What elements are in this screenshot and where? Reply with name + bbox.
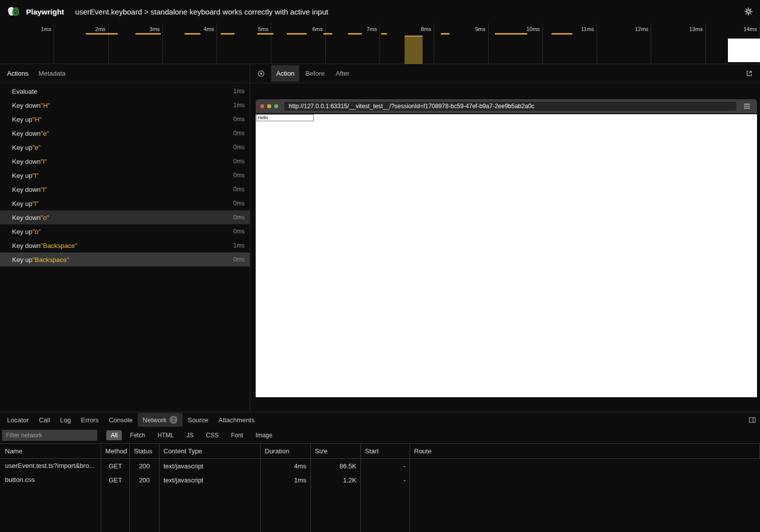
network-row-name[interactable]: userEvent.test.ts?import&bro... (0, 459, 101, 473)
network-row-duration[interactable]: 4ms (261, 459, 311, 473)
timeline-tick-label: 1ms (0, 23, 54, 32)
snapshot-tab[interactable]: Before (300, 65, 329, 82)
details-tabs: Locator Call Log Errors Console Network2… (0, 412, 760, 427)
details-tab[interactable]: Attachments (213, 413, 259, 427)
action-duration: 1ms (233, 88, 245, 95)
action-row[interactable]: Key up "e" 0ms (0, 140, 250, 154)
network-row-content-type[interactable]: text/javascript (159, 459, 261, 473)
browser-chrome-bar: http://127.0.0.1:63315/__vitest_test__/?… (256, 99, 757, 113)
action-key-value: "l" (41, 158, 47, 165)
action-row[interactable]: Key up "l" 0ms (0, 168, 250, 182)
action-key-value: "o" (41, 214, 49, 221)
timeline-tick-cell: 11ms (543, 23, 597, 64)
timeline-tick-label: 7ms (326, 23, 379, 32)
actions-panel-tab[interactable]: Actions (2, 65, 34, 82)
network-row-content-type[interactable]: text/javascript (159, 473, 261, 487)
details-tab[interactable]: Source (182, 413, 213, 427)
browser-menu-icon (741, 101, 752, 111)
action-label: Key down (12, 130, 41, 137)
network-count-badge: 2 (169, 416, 177, 424)
action-duration: 0ms (233, 172, 245, 179)
details-tab[interactable]: Log (55, 413, 76, 427)
pick-locator-icon[interactable] (255, 68, 267, 80)
timeline-tick-cell: 10ms (489, 23, 543, 64)
action-row[interactable]: Key up "l" 0ms (0, 196, 250, 210)
network-row-status[interactable]: 200 (130, 473, 159, 487)
network-filter-chip[interactable]: Font (227, 430, 248, 440)
actions-panel-tabs: Actions Metadata (0, 64, 250, 83)
timeline-tick-cell: 3ms (109, 23, 163, 64)
action-row[interactable]: Key down "l" 0ms (0, 154, 250, 168)
timeline-tick-cell: 5ms (217, 23, 271, 64)
network-column-header: Start (361, 444, 410, 459)
network-row-start[interactable]: - (361, 473, 410, 487)
action-label: Key down (12, 186, 41, 193)
panel-layout-icon[interactable] (746, 414, 758, 426)
network-table: Name Method Status Content Type Duration… (0, 443, 760, 532)
snapshot-tab[interactable]: After (330, 65, 354, 82)
network-filter-chip[interactable]: CSS (202, 430, 223, 440)
network-filter-chip[interactable]: All (106, 430, 122, 440)
action-row[interactable]: Key down "l" 0ms (0, 182, 250, 196)
details-tab-label: Console (109, 416, 133, 424)
snapshot-browser-frame: http://127.0.0.1:63315/__vitest_test__/?… (256, 99, 757, 397)
action-row[interactable]: Key down "H" 1ms (0, 98, 250, 112)
network-filter-chip[interactable]: Fetch (125, 430, 149, 440)
network-row-start[interactable]: - (361, 459, 410, 473)
action-row[interactable]: Evaluate 1ms (0, 84, 250, 98)
network-filter-input[interactable] (2, 430, 97, 441)
network-row-method[interactable]: GET (101, 459, 130, 473)
network-row-size[interactable]: 1.2K (311, 473, 361, 487)
action-label: Key up (12, 228, 32, 235)
settings-gear-icon[interactable] (744, 7, 753, 16)
network-filter-chip[interactable]: Image (251, 430, 277, 440)
page-text-input[interactable] (256, 114, 314, 121)
action-row[interactable]: Key down "o" 0ms (0, 210, 250, 224)
action-row[interactable]: Key down "Backspace" 1ms (0, 238, 250, 252)
actions-panel-tab[interactable]: Metadata (34, 65, 71, 82)
network-row-size[interactable]: 86.5K (311, 459, 361, 473)
details-tab[interactable]: Network2 (138, 413, 183, 427)
timeline-tick-cell: 2ms (54, 23, 108, 64)
network-filter-chips: All Fetch HTML JS CSS Font Image (106, 430, 277, 440)
network-table-filler (361, 487, 410, 532)
network-row-route[interactable] (410, 473, 760, 487)
network-column-header: Duration (261, 444, 311, 459)
action-duration: 0ms (233, 130, 245, 137)
action-duration: 1ms (233, 242, 245, 249)
timeline-tick-cell: 13ms (651, 23, 705, 64)
traffic-light-yellow-icon (267, 104, 271, 108)
playwright-logo-icon (7, 6, 21, 18)
timeline-action-marker (348, 33, 362, 35)
network-filter-chip[interactable]: JS (182, 430, 198, 440)
timeline-tick-cell: 1ms (0, 23, 54, 64)
network-row-route[interactable] (410, 459, 760, 473)
open-external-icon[interactable] (743, 68, 755, 79)
traffic-light-red-icon (260, 104, 264, 108)
action-label: Key down (12, 102, 41, 109)
network-row-duration[interactable]: 1ms (261, 473, 311, 487)
snapshot-tab[interactable]: Action (271, 65, 299, 82)
main-split: Actions Metadata Evaluate 1ms Key down "… (0, 64, 760, 412)
network-row-method[interactable]: GET (101, 473, 130, 487)
network-table-filler (410, 487, 760, 532)
details-tab[interactable]: Console (104, 413, 138, 427)
action-duration: 0ms (233, 200, 245, 207)
timeline-action-marker (381, 33, 387, 35)
action-row[interactable]: Key up "Backspace" 0ms (0, 252, 250, 267)
action-row[interactable]: Key up "H" 0ms (0, 112, 250, 126)
action-row[interactable]: Key up "o" 0ms (0, 224, 250, 238)
timeline-tick-label: 6ms (271, 23, 325, 32)
details-tab[interactable]: Errors (76, 413, 103, 427)
snapshot-toolbar: Action Before After (250, 64, 760, 83)
action-label: Key up (12, 200, 32, 207)
timeline[interactable]: 1ms 2ms 3ms 4ms 5ms 6ms (0, 23, 760, 64)
network-row-name[interactable]: button.css (0, 473, 101, 487)
details-tab[interactable]: Call (34, 413, 55, 427)
network-row-status[interactable]: 200 (130, 459, 159, 473)
action-row[interactable]: Key down "e" 0ms (0, 126, 250, 140)
action-duration: 0ms (233, 144, 245, 151)
timeline-action-marker (184, 33, 201, 35)
network-filter-chip[interactable]: HTML (153, 430, 178, 440)
details-tab[interactable]: Locator (2, 413, 34, 427)
